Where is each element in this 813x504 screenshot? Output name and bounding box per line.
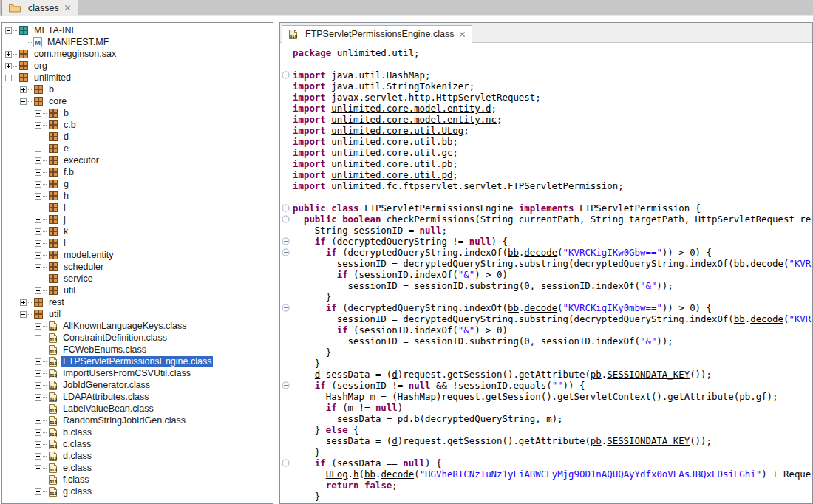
code-link[interactable]: bb <box>734 313 745 324</box>
tree-expand-icon[interactable] <box>35 157 41 164</box>
tree-expand-icon[interactable] <box>35 276 41 282</box>
tree-item[interactable]: 010g.class <box>2 486 273 497</box>
tree-item[interactable]: j <box>2 214 273 225</box>
tree-expand-icon[interactable] <box>35 406 41 412</box>
tree-item[interactable]: org <box>2 60 273 72</box>
tree-item[interactable]: util <box>2 308 273 320</box>
tree-expand-icon[interactable] <box>35 110 41 117</box>
code-link[interactable]: unlimited.core.util.ULog <box>331 125 463 136</box>
tree-expand-icon[interactable] <box>35 169 41 176</box>
fold-collapse-icon[interactable] <box>280 202 293 214</box>
code-link[interactable]: decode <box>524 302 557 313</box>
tree-expand-icon[interactable] <box>35 477 41 483</box>
tree-item[interactable]: b <box>2 107 273 119</box>
tree-expand-icon[interactable] <box>35 252 41 259</box>
code-link[interactable]: pb <box>739 391 750 402</box>
code-link[interactable]: unlimited.core.model.entity.d <box>331 103 491 114</box>
code-link[interactable]: ULog <box>326 469 348 480</box>
code-link[interactable]: decode <box>381 469 414 480</box>
tree-item[interactable]: util <box>2 285 273 296</box>
tab-classes[interactable]: classes <box>1 0 78 16</box>
tree-item[interactable]: 010FCWebEnums.class <box>2 344 273 355</box>
code-link[interactable]: bb <box>508 302 519 313</box>
tree-expand-icon[interactable] <box>20 86 27 93</box>
fold-collapse-icon[interactable] <box>280 457 293 469</box>
tree-expand-icon[interactable] <box>5 63 12 69</box>
tree-collapse-icon[interactable] <box>5 75 12 81</box>
code-link[interactable]: unlimited.core.util.bb <box>331 136 452 147</box>
tree-collapse-icon[interactable] <box>20 98 27 105</box>
tree-item[interactable]: f.b <box>2 166 273 178</box>
code-link[interactable]: d <box>392 435 397 446</box>
code-link[interactable]: unlimited.core.util.gc <box>331 147 452 158</box>
code-editor[interactable]: package unlimited.util; import java.util… <box>280 43 812 503</box>
tree-expand-icon[interactable] <box>35 181 41 188</box>
tree-expand-icon[interactable] <box>35 453 41 460</box>
code-link[interactable]: unlimited.core.util.pd <box>331 169 452 180</box>
tree-expand-icon[interactable] <box>35 134 41 140</box>
tree-expand-icon[interactable] <box>35 193 41 200</box>
tree-item[interactable]: scheduler <box>2 261 273 273</box>
tree-expand-icon[interactable] <box>35 205 41 211</box>
code-link[interactable]: pb <box>591 369 602 380</box>
tree-expand-icon[interactable] <box>5 51 12 58</box>
tree-expand-icon[interactable] <box>35 418 41 424</box>
tree-expand-icon[interactable] <box>35 429 41 436</box>
fold-collapse-icon[interactable] <box>280 247 293 258</box>
fold-collapse-icon[interactable] <box>280 380 293 391</box>
code-link[interactable]: bb <box>364 469 375 480</box>
tree-item[interactable]: model.entity <box>2 249 273 261</box>
tree-expand-icon[interactable] <box>35 228 41 235</box>
tree-item[interactable]: core <box>2 95 273 107</box>
tree-item[interactable]: g <box>2 178 273 190</box>
code-link[interactable]: d <box>392 369 397 380</box>
tree-item[interactable]: 010AllKnownLanguageKeys.class <box>2 320 273 332</box>
code-link[interactable]: h <box>353 469 358 480</box>
tab-ftpservletpermissionsengine-class[interactable]: 010 FTPServletPermissionsEngine.class <box>282 25 472 43</box>
tree-expand-icon[interactable] <box>35 441 41 448</box>
code-link[interactable]: unlimited.core.util.pb <box>331 158 452 169</box>
tree-item[interactable]: 010RandomStringJobIdGen.class <box>2 415 273 426</box>
code-link[interactable]: bb <box>734 258 745 269</box>
code-link[interactable]: decode <box>750 313 783 324</box>
tree-collapse-icon[interactable] <box>5 27 12 34</box>
tree-item[interactable]: 010f.class <box>2 474 273 486</box>
code-link[interactable]: decode <box>750 258 783 269</box>
tree-item[interactable]: k <box>2 225 273 237</box>
tree-item[interactable]: h <box>2 190 273 202</box>
tree-collapse-icon[interactable] <box>20 311 27 318</box>
code-link[interactable]: b <box>414 413 419 424</box>
tree-item[interactable]: 010ConstraintDefinition.class <box>2 332 273 344</box>
tree-expand-icon[interactable] <box>35 488 41 495</box>
tree-expand-icon[interactable] <box>35 347 41 353</box>
tree-item[interactable]: 010LabelValueBean.class <box>2 403 273 415</box>
fold-collapse-icon[interactable] <box>280 236 293 247</box>
tree-item[interactable]: 010b.class <box>2 426 273 438</box>
tree-expand-icon[interactable] <box>35 394 41 401</box>
tree-item[interactable]: MMANIFEST.MF <box>2 36 273 48</box>
code-link[interactable]: SESSIONDATA_KEY <box>607 369 690 380</box>
tree-expand-icon[interactable] <box>35 217 41 223</box>
tree-item[interactable]: 010d.class <box>2 450 273 462</box>
code-link[interactable]: pd <box>398 413 409 424</box>
tree-expand-icon[interactable] <box>35 370 41 377</box>
code-link[interactable]: bb <box>508 247 519 258</box>
close-icon[interactable] <box>459 31 466 38</box>
tree-expand-icon[interactable] <box>35 335 41 341</box>
code-link[interactable]: gf <box>756 391 767 402</box>
close-icon[interactable] <box>64 4 71 11</box>
tree-item[interactable]: 010JobIdGenerator.class <box>2 379 273 391</box>
fold-collapse-icon[interactable] <box>280 214 293 225</box>
tree-item[interactable]: 010e.class <box>2 462 273 474</box>
tree-item[interactable]: e <box>2 143 273 154</box>
tree-expand-icon[interactable] <box>35 240 41 247</box>
tree-item[interactable]: service <box>2 273 273 285</box>
tree-item[interactable]: com.megginson.sax <box>2 48 273 60</box>
tree-item[interactable]: 010c.class <box>2 438 273 450</box>
fold-collapse-icon[interactable] <box>280 302 293 313</box>
tree-expand-icon[interactable] <box>35 465 41 471</box>
fold-collapse-icon[interactable] <box>280 69 293 81</box>
code-link[interactable]: unlimited.core.model.entity.nc <box>331 114 497 125</box>
tree-item[interactable]: 010ImportUsersFromCSVUtil.class <box>2 367 273 379</box>
code-link[interactable]: SESSIONDATA_KEY <box>607 435 690 446</box>
